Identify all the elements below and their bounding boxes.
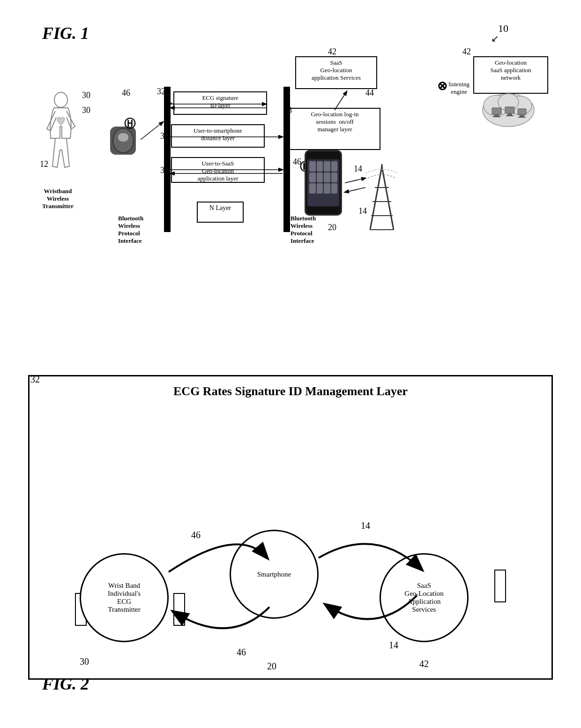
- svg-rect-19: [506, 115, 514, 116]
- ecg-text: ECG signatureID layer: [202, 94, 238, 109]
- app-icon-2: [317, 161, 323, 172]
- ref-46-bottom-arc: 46: [237, 647, 246, 658]
- svg-line-32: [345, 188, 365, 192]
- left-vertical-bar: [164, 87, 171, 232]
- svg-line-4: [382, 166, 394, 230]
- fig2-title: ECG Rates Signature ID Management Layer: [173, 384, 408, 398]
- distance-box: 34 User-to-smartphonedistance layer: [171, 124, 265, 148]
- svg-rect-20: [518, 109, 526, 115]
- ref-14b: 14: [358, 206, 367, 216]
- listening-label: listeningengine: [448, 81, 469, 96]
- app-icon-7: [324, 173, 330, 183]
- saas-circle-text: SaaSGeo-LocationApplicationServices: [404, 582, 443, 614]
- listening-text: listeningengine: [448, 81, 469, 95]
- svg-line-3: [370, 166, 382, 230]
- saas-top-text: SaaSGeo-locationapplication Services: [312, 59, 361, 81]
- app-icon-3: [324, 161, 330, 172]
- tower: [365, 164, 398, 236]
- phone-screen: [307, 159, 339, 206]
- app-icon-12: [331, 183, 338, 194]
- ref-20: 20: [328, 223, 336, 233]
- svg-point-2: [118, 133, 129, 142]
- app-icon-9: [309, 183, 316, 194]
- ref-42-fig2: 42: [419, 659, 429, 669]
- ref-28: 28: [283, 105, 292, 115]
- app-icon-4: [331, 161, 338, 172]
- saas-circle: SaaSGeo-LocationApplicationServices: [380, 553, 469, 642]
- svg-line-23: [141, 122, 163, 140]
- cross-symbol: ⊗: [437, 79, 447, 93]
- ref-46a: 46: [122, 88, 130, 98]
- fig2-label: FIG. 2: [42, 674, 89, 694]
- phone-image: [305, 150, 342, 216]
- svg-rect-17: [505, 107, 514, 113]
- saas-node-rect-right: [494, 570, 506, 602]
- geo-network-text: Geo-locationSaaS applicationnetwork: [490, 59, 531, 81]
- bt-left-label: BluetoothWirelessProtocolInterface: [118, 215, 143, 245]
- ecg-box: ECG signatureID layer: [173, 91, 267, 115]
- ref-42-right: 42: [462, 47, 471, 57]
- app-icon-11: [324, 183, 330, 194]
- svg-rect-21: [520, 115, 524, 117]
- ref-30: 30: [80, 656, 89, 667]
- svg-rect-14: [492, 108, 501, 114]
- svg-point-0: [54, 92, 67, 107]
- nlayer-text: N Layer: [209, 204, 231, 211]
- usersaas-ref: 36: [160, 165, 169, 175]
- ref-14-top-arc: 14: [361, 520, 370, 531]
- bt-right-label: BluetoothWirelessProtocolInterface: [290, 215, 316, 245]
- smartphone-circle-text: Smartphone: [257, 570, 291, 578]
- nlayer-box: N Layer: [197, 202, 244, 223]
- app-icon-6: [317, 173, 323, 183]
- fig2-section: 32 ECG Rates Signature ID Management Lay…: [28, 356, 553, 708]
- svg-line-30: [335, 91, 347, 110]
- page: FIG. 1 10 ↙ 42 42 SaaSGeo-locationapplic…: [0, 0, 581, 728]
- usersaas-text: User-to-SaaSGeo-locationapplication laye…: [198, 160, 238, 182]
- human-figure: [42, 91, 80, 185]
- ref-30b: 30: [82, 105, 90, 115]
- app-icon-10: [317, 183, 323, 194]
- svg-rect-18: [507, 113, 512, 115]
- geolog-box: Geo-location log-insessions on/offmanage…: [289, 108, 380, 150]
- fig1-section: FIG. 1 10 ↙ 42 42 SaaSGeo-locationapplic…: [28, 19, 553, 347]
- svg-rect-16: [493, 116, 500, 117]
- smartphone-circle: Smartphone: [230, 530, 319, 619]
- wristband-circle: Wrist BandIndividual'sECGTransmitter: [80, 553, 169, 642]
- ref-44: 44: [365, 88, 374, 98]
- distance-text: User-to-smartphonedistance layer: [194, 127, 242, 142]
- geolog-text: Geo-location log-insessions on/offmanage…: [311, 111, 358, 133]
- app-icon-8: [331, 173, 338, 183]
- ref-14-bottom-arc: 14: [389, 640, 398, 651]
- app-icon-1: [309, 161, 316, 172]
- bt-left-symbol: Ⓗ: [124, 116, 135, 131]
- usersaas-box: 36 User-to-SaaSGeo-locationapplication l…: [171, 157, 265, 183]
- ref-42-left: 42: [328, 47, 336, 57]
- ref-10: 10: [498, 23, 508, 35]
- distance-ref: 34: [160, 131, 169, 141]
- svg-line-31: [345, 178, 365, 183]
- cloud-network: [478, 84, 539, 127]
- svg-rect-22: [518, 117, 526, 118]
- svg-rect-15: [494, 114, 499, 116]
- wristband-label: WristbandWirelessTransmitter: [42, 188, 74, 210]
- wristband-node-rect-right: [173, 593, 185, 626]
- ref-20-fig2: 20: [267, 661, 276, 672]
- fig1-label: FIG. 1: [42, 23, 89, 43]
- ref-10-slash: ↙: [491, 33, 499, 44]
- ref-46-top-arc: 46: [191, 530, 201, 540]
- ref-14a: 14: [354, 164, 362, 174]
- saas-top-box: SaaSGeo-locationapplication Services: [295, 56, 377, 89]
- ref-30a: 30: [82, 90, 90, 100]
- app-icon-5: [309, 173, 316, 183]
- wristband-circle-text: Wrist BandIndividual'sECGTransmitter: [108, 582, 141, 614]
- ref-12: 12: [40, 159, 48, 169]
